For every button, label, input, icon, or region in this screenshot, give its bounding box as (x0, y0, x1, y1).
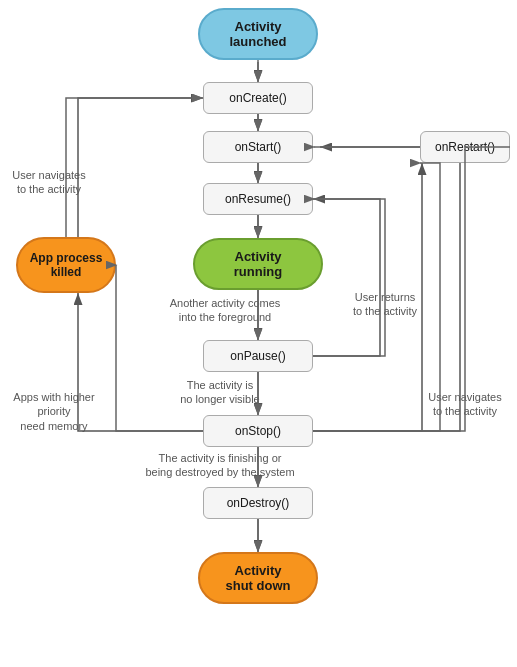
no-longer-visible-label: The activity is no longer visible (155, 378, 285, 407)
apps-higher-priority-label: Apps with higher priority need memory (4, 390, 104, 433)
user-navigates-label: User navigates to the activity (4, 168, 94, 197)
on-create-label: onCreate() (229, 91, 286, 105)
on-restart-label: onRestart() (435, 140, 495, 154)
on-resume-node: onResume() (203, 183, 313, 215)
user-navigates-label-2: User navigates to the activity (420, 390, 510, 419)
on-start-label: onStart() (235, 140, 282, 154)
activity-launched-node: Activity launched (198, 8, 318, 60)
app-process-killed-node: App process killed (16, 237, 116, 293)
on-pause-label: onPause() (230, 349, 285, 363)
another-activity-label: Another activity comes into the foregrou… (155, 296, 295, 325)
on-create-node: onCreate() (203, 82, 313, 114)
on-destroy-label: onDestroy() (227, 496, 290, 510)
activity-lifecycle-diagram: Activity launched onCreate() onStart() o… (0, 0, 517, 667)
app-process-killed-label: App process killed (30, 251, 103, 279)
activity-finishing-label: The activity is finishing or being destr… (140, 451, 300, 480)
on-restart-node: onRestart() (420, 131, 510, 163)
activity-shut-down-node: Activity shut down (198, 552, 318, 604)
on-start-node: onStart() (203, 131, 313, 163)
on-stop-node: onStop() (203, 415, 313, 447)
on-destroy-node: onDestroy() (203, 487, 313, 519)
on-stop-label: onStop() (235, 424, 281, 438)
on-pause-node: onPause() (203, 340, 313, 372)
activity-launched-label: Activity launched (229, 19, 286, 49)
activity-running-node: Activity running (193, 238, 323, 290)
user-returns-label: User returns to the activity (340, 290, 430, 319)
activity-running-label: Activity running (234, 249, 282, 279)
activity-shut-down-label: Activity shut down (226, 563, 291, 593)
on-resume-label: onResume() (225, 192, 291, 206)
